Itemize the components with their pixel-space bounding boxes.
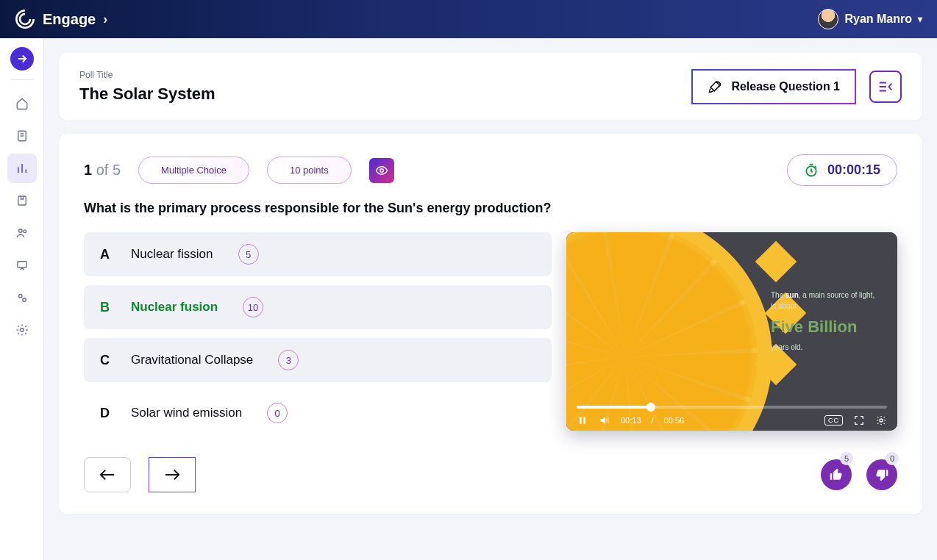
- chevron-down-icon: ▾: [918, 14, 922, 24]
- answer-text: Nuclear fusion: [131, 300, 218, 315]
- arrow-left-icon: [99, 469, 115, 481]
- thumbs-down-count: 0: [886, 452, 899, 465]
- fullscreen-icon[interactable]: [853, 414, 865, 426]
- question-index: 1: [84, 162, 92, 178]
- sidebar-item-polls[interactable]: [7, 154, 37, 183]
- svg-point-8: [380, 168, 383, 172]
- eye-icon: [375, 164, 388, 177]
- bookmark-icon: [15, 194, 29, 207]
- sidebar-item-home[interactable]: [7, 89, 37, 118]
- people-icon: [15, 226, 29, 240]
- separator: [11, 79, 33, 80]
- sidebar-item-present[interactable]: [7, 251, 37, 280]
- svg-point-12: [880, 419, 883, 422]
- answer-option[interactable]: BNuclear fusion10: [84, 285, 552, 329]
- settings-gear-icon[interactable]: [875, 414, 887, 426]
- video-progress-bar[interactable]: [577, 406, 887, 409]
- svg-point-2: [18, 229, 22, 233]
- answer-count: 5: [238, 244, 259, 265]
- timer: 00:00:15: [787, 154, 897, 186]
- video-text-big: Five Billion: [771, 315, 881, 339]
- main-content: Poll Title The Solar System Release Ques…: [44, 38, 937, 560]
- video-player[interactable]: The sun, a main source of light, is abou…: [566, 232, 897, 431]
- answer-option[interactable]: ANuclear fission5: [84, 232, 552, 276]
- answer-count: 0: [267, 403, 288, 423]
- arrow-right-icon: [15, 52, 29, 65]
- answer-text: Solar wind emission: [131, 406, 242, 420]
- sun-ray: [755, 241, 797, 283]
- timer-value: 00:00:15: [827, 162, 880, 178]
- answer-letter: C: [100, 353, 113, 368]
- sidebar: [0, 38, 44, 560]
- pause-icon[interactable]: [577, 414, 588, 426]
- video-text-bold: sun: [785, 291, 799, 299]
- answer-letter: B: [100, 300, 113, 315]
- stopwatch-icon: [804, 163, 819, 178]
- video-text-pre: The: [771, 291, 785, 299]
- question-total: 5: [113, 162, 121, 178]
- sidebar-item-integrations[interactable]: [7, 283, 37, 312]
- cc-toggle[interactable]: CC: [824, 415, 843, 426]
- rocket-icon: [708, 79, 722, 94]
- thumbs-down-button[interactable]: 0: [866, 459, 897, 490]
- home-icon: [15, 97, 29, 110]
- panel-collapse-button[interactable]: [869, 71, 902, 103]
- title-card: Poll Title The Solar System Release Ques…: [59, 53, 922, 121]
- release-button-label: Release Question 1: [731, 80, 840, 93]
- answer-count: 3: [278, 350, 299, 370]
- answer-text: Nuclear fission: [131, 247, 213, 262]
- top-bar: Engage › Ryan Manro ▾: [0, 0, 937, 38]
- panel-collapse-icon: [877, 79, 894, 95]
- video-caption: The sun, a main source of light, is abou…: [771, 290, 881, 353]
- answer-option[interactable]: CGravitational Collapse3: [84, 338, 552, 382]
- brand[interactable]: Engage ›: [15, 9, 107, 29]
- sidebar-collapse-toggle[interactable]: [10, 47, 34, 71]
- poll-title-label: Poll Title: [79, 70, 215, 80]
- question-counter: 1 of 5: [84, 162, 121, 179]
- chevron-right-icon: ›: [103, 12, 107, 27]
- video-time-current: 00:13: [621, 416, 641, 425]
- svg-point-6: [22, 298, 26, 302]
- svg-rect-10: [580, 417, 582, 423]
- avatar: [818, 9, 838, 29]
- answer-letter: A: [100, 247, 113, 262]
- visibility-toggle[interactable]: [369, 158, 394, 183]
- user-name: Ryan Manro: [844, 12, 912, 26]
- sidebar-item-library[interactable]: [7, 186, 37, 215]
- svg-point-5: [18, 295, 22, 298]
- answer-count: 10: [243, 297, 263, 317]
- question-card: 1 of 5 Multiple Choice 10 points 00:00:1…: [59, 134, 922, 514]
- svg-rect-11: [583, 417, 585, 423]
- document-icon: [15, 129, 29, 143]
- video-text-post: years old.: [771, 343, 802, 351]
- poll-title: The Solar System: [79, 85, 215, 104]
- next-question-button[interactable]: [149, 457, 196, 492]
- sidebar-item-reports[interactable]: [7, 121, 37, 151]
- progress-thumb[interactable]: [646, 403, 655, 412]
- answer-option[interactable]: DSolar wind emission0: [84, 391, 552, 435]
- gears-icon: [15, 291, 29, 304]
- prev-question-button[interactable]: [84, 457, 131, 492]
- thumbs-up-count: 5: [840, 452, 853, 465]
- video-time-total: 00:56: [664, 416, 685, 425]
- svg-point-3: [23, 230, 26, 233]
- svg-rect-1: [18, 196, 26, 205]
- answer-text: Gravitational Collapse: [131, 353, 253, 367]
- answer-letter: D: [100, 406, 113, 421]
- arrow-right-icon: [164, 469, 180, 481]
- svg-point-7: [20, 329, 24, 332]
- video-time-sep: /: [652, 416, 654, 425]
- volume-icon[interactable]: [599, 414, 610, 426]
- chart-bar-icon: [15, 162, 29, 175]
- sidebar-item-people[interactable]: [7, 218, 37, 248]
- answers-list: ANuclear fission5BNuclear fusion10CGravi…: [84, 232, 552, 435]
- presentation-icon: [15, 259, 29, 272]
- user-menu[interactable]: Ryan Manro ▾: [818, 9, 922, 29]
- video-controls: 00:13 / 00:56 CC: [566, 398, 897, 431]
- thumbs-up-icon: [829, 467, 844, 482]
- points-pill: 10 points: [267, 157, 352, 184]
- thumbs-up-button[interactable]: 5: [821, 459, 852, 490]
- release-question-button[interactable]: Release Question 1: [691, 69, 856, 104]
- sidebar-item-settings[interactable]: [7, 315, 37, 345]
- progress-fill: [577, 406, 651, 409]
